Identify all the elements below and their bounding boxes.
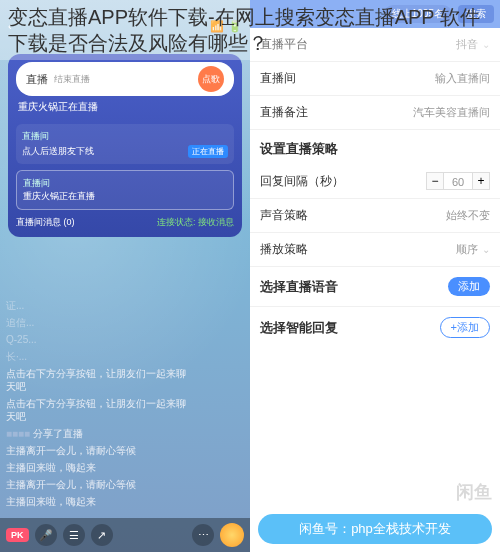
- live-row-label: 直播间: [22, 130, 228, 143]
- chat-line: ■■■■ 分享了直播: [6, 427, 190, 440]
- chat-area: 证...追信...Q-25...长·...点击右下方分享按钮，让朋友们一起来聊天…: [6, 295, 190, 512]
- phone-left-screenshot: ‹ 📶 🔋 直播 结束直播 点歌 重庆火锅正在直播 直播间 点人后送朋友下线 正…: [0, 0, 250, 552]
- play-label: 播放策略: [260, 241, 320, 258]
- remark-label: 直播备注: [260, 104, 320, 121]
- chat-line: 主播回来啦，嗨起来: [6, 495, 190, 508]
- end-live-link[interactable]: 结束直播: [54, 73, 90, 86]
- share-icon[interactable]: ↗: [91, 524, 113, 546]
- add-ai-button[interactable]: +添加: [440, 317, 490, 338]
- pk-badge[interactable]: PK: [6, 528, 29, 542]
- remark-value: 汽车美容直播间: [413, 105, 490, 120]
- gift-icon[interactable]: [220, 523, 244, 547]
- chat-line: 点击右下方分享按钮，让朋友们一起来聊天吧: [6, 367, 190, 393]
- live-msg-count: 直播间消息 (0): [16, 216, 75, 229]
- choose-ai-label: 选择智能回复: [260, 319, 338, 337]
- chat-line: Q-25...: [6, 333, 190, 346]
- chevron-down-icon: ⌄: [482, 244, 490, 255]
- page-title: 变态直播APP软件下载-在网上搜索变态直播APP 软件下载是否合法及风险有哪些？: [0, 0, 500, 60]
- live-card-footer: 直播间消息 (0) 连接状态: 接收消息: [16, 216, 234, 229]
- choose-voice-row: 选择直播语音 添加: [250, 267, 500, 306]
- interval-stepper[interactable]: − 60 +: [426, 172, 490, 190]
- live-row-sub: 重庆火锅正在直播: [23, 190, 227, 203]
- live-card-header: 直播 结束直播 点歌: [16, 62, 234, 96]
- room-row[interactable]: 直播间 输入直播间: [250, 62, 500, 96]
- live-tab[interactable]: 直播: [26, 72, 48, 87]
- chat-line: 主播离开一会儿，请耐心等候: [6, 444, 190, 457]
- choose-voice-label: 选择直播语音: [260, 278, 338, 296]
- chat-line: 主播回来啦，嗨起来: [6, 461, 190, 474]
- contact-banner[interactable]: 闲鱼号：php全栈技术开发: [258, 514, 492, 544]
- room-input[interactable]: 输入直播间: [435, 71, 490, 86]
- song-request-badge[interactable]: 点歌: [198, 66, 224, 92]
- remark-row[interactable]: 直播备注 汽车美容直播间: [250, 96, 500, 130]
- voice-strategy-row[interactable]: 声音策略 始终不变: [250, 199, 500, 233]
- interval-label: 回复间隔（秒）: [260, 173, 350, 190]
- live-room-row-2[interactable]: 直播间 重庆火锅正在直播: [16, 170, 234, 210]
- live-title: 重庆火锅正在直播: [16, 96, 234, 118]
- live-row-sub: 点人后送朋友下线: [22, 145, 94, 158]
- live-badge: 正在直播: [188, 145, 228, 158]
- voice-value: 始终不变: [446, 208, 490, 223]
- choose-ai-row: 选择智能回复 +添加: [250, 306, 500, 348]
- phone-bottom-bar: PK 🎤 ☰ ↗ ⋯: [0, 518, 250, 552]
- chat-line: 证...: [6, 299, 190, 312]
- stepper-plus[interactable]: +: [472, 172, 490, 190]
- strategy-title: 设置直播策略: [250, 130, 500, 164]
- live-status: 连接状态: 接收消息: [157, 216, 234, 229]
- more-icon[interactable]: ⋯: [192, 524, 214, 546]
- live-room-row-1[interactable]: 直播间 点人后送朋友下线 正在直播: [16, 124, 234, 164]
- mic-icon[interactable]: 🎤: [35, 524, 57, 546]
- room-label: 直播间: [260, 70, 320, 87]
- menu-icon[interactable]: ☰: [63, 524, 85, 546]
- stepper-minus[interactable]: −: [426, 172, 444, 190]
- chat-line: 长·...: [6, 350, 190, 363]
- interval-value: 60: [444, 172, 472, 190]
- voice-label: 声音策略: [260, 207, 320, 224]
- config-panel: 线上1005名 搜索 直播平台 抖音⌄ 直播间 输入直播间 直播备注 汽车美容直…: [250, 0, 500, 552]
- add-voice-button[interactable]: 添加: [448, 277, 490, 296]
- chat-line: 点击右下方分享按钮，让朋友们一起来聊天吧: [6, 397, 190, 423]
- live-row-label: 直播间: [23, 177, 227, 190]
- interval-row: 回复间隔（秒） − 60 +: [250, 164, 500, 199]
- chat-line: 追信...: [6, 316, 190, 329]
- live-card: 直播 结束直播 点歌 重庆火锅正在直播 直播间 点人后送朋友下线 正在直播 直播…: [8, 54, 242, 237]
- watermark: 闲鱼: [456, 480, 492, 504]
- play-value: 顺序: [456, 242, 478, 257]
- play-strategy-row[interactable]: 播放策略 顺序⌄: [250, 233, 500, 267]
- chat-line: 主播离开一会儿，请耐心等候: [6, 478, 190, 491]
